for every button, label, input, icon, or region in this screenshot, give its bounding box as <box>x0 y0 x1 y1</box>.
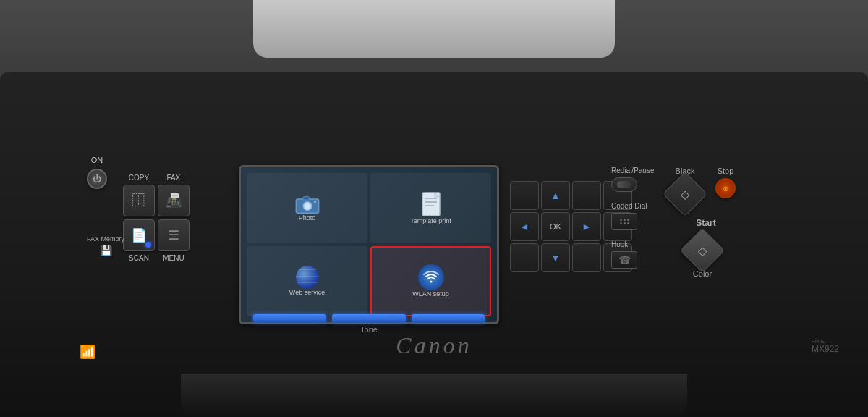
paper-tray <box>253 0 615 58</box>
hook-group: Hook ☎ <box>611 240 654 269</box>
lcd-tab-3[interactable] <box>412 314 485 323</box>
stop-label: Stop <box>718 167 734 175</box>
coded-dial-group: Coded Dial <box>611 202 654 230</box>
left-functions: COPY FAX ⿰ 📠 📄 ☰ SCAN MENU <box>123 174 190 262</box>
nav-up-button[interactable]: ▲ <box>541 181 570 210</box>
on-button[interactable]: ⏻ <box>87 169 107 189</box>
copy-button[interactable]: ⿰ <box>123 185 155 216</box>
menu-item-wlan-setup[interactable]: WLAN setup <box>370 246 491 316</box>
lcd-screen: Photo Template print <box>239 165 499 324</box>
menu-item-web-service[interactable]: Web service <box>247 246 367 316</box>
template-print-label: Template print <box>410 217 451 225</box>
redial-pause-label: Redial/Pause <box>611 167 654 174</box>
scan-label: SCAN <box>123 254 155 262</box>
wifi-icon-container <box>418 264 444 290</box>
nav-empty-2 <box>572 181 601 210</box>
scan-icon: 📄 <box>131 227 147 243</box>
nav-empty-1 <box>510 181 539 210</box>
camera-icon <box>294 194 320 214</box>
black-icon: ◇ <box>681 188 689 201</box>
scan-button[interactable]: 📄 <box>123 219 155 251</box>
color-button[interactable]: ◇ <box>680 228 725 273</box>
printer-body: ON ⏻ COPY FAX ⿰ 📠 📄 ☰ <box>0 0 868 417</box>
fax-memory-icon: 💾 <box>100 245 112 257</box>
copy-icon: ⿰ <box>132 193 145 208</box>
nav-right-button[interactable]: ► <box>572 212 601 241</box>
redial-pause-button[interactable] <box>611 177 637 192</box>
nav-empty-5 <box>510 243 539 272</box>
wifi-icon <box>422 269 440 286</box>
menu-label: MENU <box>158 254 190 262</box>
model-label: MX922 <box>812 344 839 354</box>
action-buttons: Black ◇ Stop ⊗ Start <box>669 167 736 278</box>
copy-label: COPY <box>123 174 155 182</box>
start-label-area: Start <box>676 216 736 229</box>
wifi-indicator-icon: 📶 <box>80 345 95 359</box>
power-icon: ⏻ <box>93 174 101 185</box>
coded-dial-label: Coded Dial <box>611 202 647 210</box>
menu-item-template-print[interactable]: Template print <box>370 173 491 243</box>
stop-button-col: Stop ⊗ <box>715 167 736 198</box>
start-label: Start <box>696 218 715 228</box>
photo-label: Photo <box>299 214 316 222</box>
right-controls: Redial/Pause Coded Dial Hook <box>611 167 654 269</box>
lcd-content: Photo Template print <box>241 167 497 322</box>
color-icon: ◇ <box>698 244 707 258</box>
phone-icon: ☎ <box>618 254 631 266</box>
scan-indicator <box>145 242 151 248</box>
wlan-setup-label: WLAN setup <box>412 290 449 298</box>
stop-icon: ⊗ <box>723 185 728 193</box>
svg-rect-3 <box>302 197 309 200</box>
document-icon <box>421 191 441 217</box>
coded-dial-button[interactable] <box>611 213 637 230</box>
black-button[interactable]: ◇ <box>663 172 707 216</box>
hook-button[interactable]: ☎ <box>611 251 637 269</box>
wifi-indicator-light: 📶 <box>80 344 95 360</box>
fine-label: FINE <box>812 338 825 345</box>
nav-left-button[interactable]: ◄ <box>510 212 539 241</box>
fax-icon: 📠 <box>166 193 182 208</box>
ok-button[interactable]: OK <box>541 212 570 241</box>
svg-point-2 <box>305 203 310 208</box>
menu-item-photo[interactable]: Photo <box>247 173 367 243</box>
fax-memory-label: FAX Memory <box>87 235 124 243</box>
color-button-col: ◇ Color <box>669 235 736 278</box>
lcd-tab-1[interactable] <box>253 314 326 323</box>
on-button-area: ON ⏻ <box>87 156 107 189</box>
lcd-tab-2[interactable] <box>332 314 405 323</box>
nav-empty-6 <box>572 243 601 272</box>
nav-down-button[interactable]: ▼ <box>541 243 570 272</box>
action-top-row: Black ◇ Stop ⊗ <box>669 167 736 210</box>
control-panel: ON ⏻ COPY FAX ⿰ 📠 📄 ☰ <box>0 72 868 417</box>
globe-icon <box>296 266 319 289</box>
lcd-tabs <box>239 314 499 323</box>
menu-icon: ☰ <box>168 227 179 243</box>
web-service-label: Web service <box>289 289 325 297</box>
dial-dots <box>620 219 629 224</box>
svg-point-4 <box>313 201 316 203</box>
menu-button[interactable]: ☰ <box>158 219 190 251</box>
output-tray <box>181 374 687 417</box>
hook-label: Hook <box>611 240 628 248</box>
fax-button[interactable]: 📠 <box>158 185 190 216</box>
stop-button[interactable]: ⊗ <box>715 178 736 198</box>
fax-label: FAX <box>158 174 190 182</box>
black-button-col: Black ◇ <box>669 167 701 210</box>
redial-group: Redial/Pause <box>611 167 654 192</box>
fax-memory-area: FAX Memory 💾 <box>87 235 124 257</box>
brand-label: Canon <box>396 332 472 359</box>
on-label: ON <box>91 156 103 164</box>
